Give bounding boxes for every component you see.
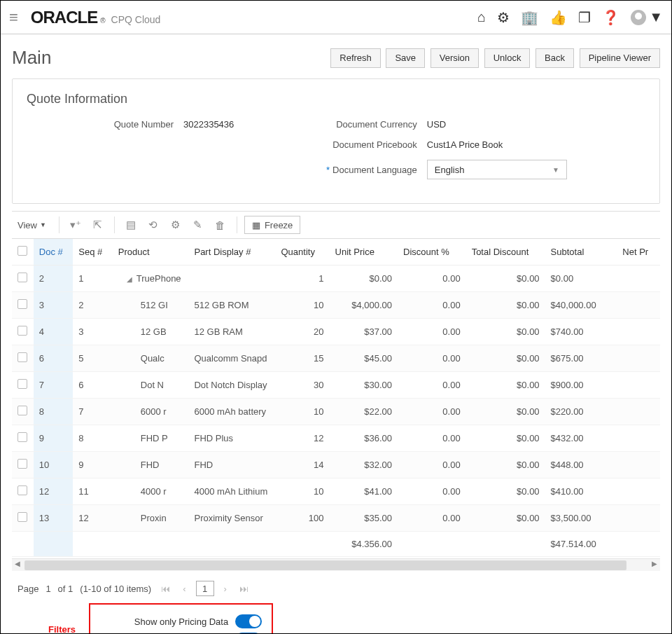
table-row[interactable]: 4312 GB12 GB RAM20$37.000.00$0.00$740.00 [12, 319, 660, 345]
detach-icon[interactable]: ⇱ [89, 216, 107, 234]
row-checkbox[interactable] [18, 512, 27, 522]
cell-part: 6000 mAh battery [188, 399, 275, 425]
home-icon[interactable]: ⌂ [477, 9, 486, 25]
cell-part: Dot Notch Display [188, 372, 275, 399]
col-unitprice-header[interactable]: Unit Price [330, 239, 398, 266]
gear-icon[interactable]: ⚙ [497, 9, 510, 26]
filter-icon[interactable]: ▾⁺ [66, 216, 85, 234]
menu-icon[interactable]: ≡ [9, 8, 18, 27]
caret-down-icon: ▼ [40, 221, 46, 228]
cell-unitprice: $0.00 [330, 266, 398, 292]
avatar[interactable]: ▼ [631, 9, 663, 25]
cell-subtotal: $40,000.00 [545, 292, 617, 319]
unlock-button[interactable]: Unlock [484, 48, 531, 68]
cell-doc: 9 [34, 425, 73, 452]
cell-discount: 0.00 [398, 292, 466, 319]
horizontal-scrollbar[interactable] [12, 558, 660, 571]
row-checkbox[interactable] [18, 379, 27, 389]
docs-icon[interactable]: ❐ [578, 9, 591, 26]
col-discount-header[interactable]: Discount % [398, 239, 466, 266]
pager-first-icon[interactable]: ⏮ [158, 584, 173, 594]
cell-netprice [617, 372, 660, 399]
table-row[interactable]: 21◢TruePhone1$0.000.00$0.00$0.00 [12, 266, 660, 292]
currency-value: USD [427, 119, 446, 130]
cell-seq: 5 [73, 345, 112, 372]
brand-name: ORACLE [31, 8, 97, 27]
cell-netprice [617, 292, 660, 319]
cell-product: 4000 r [113, 478, 189, 505]
back-button[interactable]: Back [536, 48, 574, 68]
table-row[interactable]: 76Dot NDot Notch Display30$30.000.00$0.0… [12, 372, 660, 399]
table-row[interactable]: 32512 GI512 GB ROM10$4,000.000.00$0.00$4… [12, 292, 660, 319]
cell-discount: 0.00 [398, 319, 466, 345]
edit-icon[interactable]: ✎ [189, 216, 207, 234]
cell-qty: 10 [276, 399, 330, 425]
table-toolbar: View ▼ ▾⁺ ⇱ ▤ ⟲ ⚙ ✎ 🗑 ▦ Freeze [12, 211, 660, 238]
pager-last-icon[interactable]: ⏭ [237, 584, 251, 594]
cell-netprice [617, 399, 660, 425]
filters-label: Filters [48, 624, 76, 634]
table-row[interactable]: 876000 r6000 mAh battery10$22.000.00$0.0… [12, 399, 660, 425]
cell-discount: 0.00 [398, 478, 466, 505]
cell-subtotal: $675.00 [545, 345, 617, 372]
cell-qty: 1 [276, 266, 330, 292]
table-row[interactable]: 98FHD PFHD Plus12$36.000.00$0.00$432.00 [12, 425, 660, 452]
pager-input[interactable]: 1 [196, 581, 214, 596]
select-all-checkbox[interactable] [18, 246, 27, 256]
col-seq-header[interactable]: Seq # [73, 239, 112, 266]
cell-doc: 12 [34, 478, 73, 505]
cell-qty: 30 [276, 372, 330, 399]
row-checkbox[interactable] [18, 459, 27, 469]
row-checkbox[interactable] [18, 299, 27, 309]
col-part-header[interactable]: Part Display # [188, 239, 275, 266]
refresh-button[interactable]: Refresh [330, 48, 381, 68]
refresh-icon[interactable]: ⟲ [144, 216, 162, 234]
pricing-toggle[interactable] [235, 614, 262, 628]
table-row[interactable]: 1312ProxinProximity Sensor100$35.000.00$… [12, 505, 660, 532]
pager-prev-icon[interactable]: ‹ [180, 584, 188, 594]
row-checkbox[interactable] [18, 406, 27, 415]
collapse-icon[interactable]: ◢ [127, 275, 132, 283]
col-totaldiscount-header[interactable]: Total Discount [466, 239, 545, 266]
row-checkbox[interactable] [18, 485, 27, 495]
row-checkbox[interactable] [18, 352, 27, 362]
pager-range: (1-10 of 10 items) [80, 584, 151, 594]
help-icon[interactable]: ❓ [602, 9, 620, 26]
cell-seq: 12 [73, 505, 112, 532]
view-menu[interactable]: View ▼ [12, 217, 52, 233]
cell-seq: 8 [73, 425, 112, 452]
freeze-button[interactable]: ▦ Freeze [244, 216, 300, 234]
table-row[interactable]: 65QualcQualcomm Snapd15$45.000.00$0.00$6… [12, 345, 660, 372]
cell-totaldiscount: $0.00 [466, 319, 545, 345]
pipeline-viewer-button[interactable]: Pipeline Viewer [580, 48, 660, 68]
add-icon[interactable]: ▤ [122, 216, 140, 234]
col-qty-header[interactable]: Quantity [276, 239, 330, 266]
col-product-header[interactable]: Product [113, 239, 189, 266]
row-checkbox[interactable] [18, 432, 27, 442]
row-checkbox[interactable] [18, 273, 27, 282]
cell-subtotal: $0.00 [545, 266, 617, 292]
col-netprice-header[interactable]: Net Pr [617, 239, 660, 266]
cell-discount: 0.00 [398, 505, 466, 532]
table-row[interactable]: 109FHDFHD14$32.000.00$0.00$448.00 [12, 452, 660, 478]
language-select[interactable]: English ▼ [427, 160, 567, 179]
table-row[interactable]: 12114000 r4000 mAh Lithium10$41.000.00$0… [12, 478, 660, 505]
col-subtotal-header[interactable]: Subtotal [545, 239, 617, 266]
topbar: ≡ ORACLE ® CPQ Cloud ⌂ ⚙ 🏢 👍 ❐ ❓ ▼ [1, 1, 671, 34]
building-icon[interactable]: 🏢 [521, 9, 538, 26]
cell-unitprice: $36.00 [330, 425, 398, 452]
cell-product: 512 GI [113, 292, 189, 319]
version-button[interactable]: Version [430, 48, 479, 68]
cell-doc: 6 [34, 345, 73, 372]
cell-part: Qualcomm Snapd [188, 345, 275, 372]
pager-next-icon[interactable]: › [221, 584, 230, 594]
thumb-icon[interactable]: 👍 [550, 9, 567, 26]
delete-icon[interactable]: 🗑 [211, 216, 230, 234]
settings-icon[interactable]: ⚙ [167, 216, 185, 234]
cell-part: 12 GB RAM [188, 319, 275, 345]
row-checkbox[interactable] [18, 326, 27, 336]
col-doc-header[interactable]: Doc # [34, 239, 73, 266]
save-button[interactable]: Save [386, 48, 425, 68]
cell-subtotal: $432.00 [545, 425, 617, 452]
cell-qty: 12 [276, 425, 330, 452]
